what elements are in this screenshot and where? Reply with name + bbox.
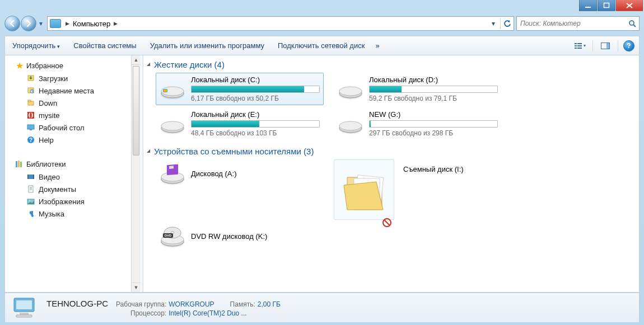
- view-options-button[interactable]: [573, 40, 587, 52]
- blocked-icon: [382, 218, 391, 227]
- drive-k[interactable]: DVD DVD RW дисковод (K:): [156, 222, 324, 250]
- sidebar-item-downloads[interactable]: Загрузки: [5, 72, 131, 84]
- toolbar-overflow[interactable]: »: [375, 41, 379, 50]
- history-dropdown-button[interactable]: ▾: [488, 18, 499, 29]
- section-hdd-header[interactable]: Жесткие диски (4): [147, 58, 636, 73]
- sidebar-item-mysite[interactable]: mysite: [5, 109, 131, 121]
- sidebar-item-desktop[interactable]: Рабочий стол: [5, 121, 131, 134]
- memory-label: Память:: [230, 300, 255, 308]
- drive-name: Дисковод (A:): [191, 169, 320, 178]
- recent-locations-button[interactable]: ▾: [37, 17, 45, 30]
- svg-point-2: [629, 21, 634, 25]
- forward-button[interactable]: [21, 16, 36, 31]
- folder-icon: [26, 98, 35, 107]
- hdd-icon: [160, 112, 185, 135]
- memory-value: 2,00 ГБ: [258, 300, 281, 308]
- svg-rect-8: [577, 45, 582, 46]
- svg-rect-0: [585, 7, 591, 8]
- label: Изображения: [39, 197, 85, 206]
- images-icon: [26, 197, 35, 206]
- libraries-header[interactable]: Библиотеки: [5, 158, 131, 171]
- drive-name: Локальный диск (D:): [369, 76, 498, 84]
- command-toolbar: Упорядочить Свойства системы Удалить или…: [4, 36, 640, 55]
- hdd-grid: Локальный диск (C:) 6,17 ГБ свободно из …: [147, 73, 636, 140]
- svg-point-36: [29, 200, 31, 202]
- breadcrumb-separator[interactable]: ▶: [111, 21, 120, 26]
- downloads-icon: [26, 74, 35, 83]
- drive-free: 6,17 ГБ свободно из 50,2 ГБ: [191, 95, 320, 102]
- explorer-window: ▾ ▶ Компьютер ▶ ▾ Упорядочить Свойства с…: [0, 0, 644, 325]
- libraries-group: Библиотеки Видео Документы Изображения М…: [5, 158, 131, 220]
- breadcrumb-separator[interactable]: ▶: [63, 21, 72, 26]
- svg-text:DVD: DVD: [165, 234, 172, 237]
- computer-large-icon: [12, 296, 39, 319]
- sidebar-item-docs[interactable]: Документы: [5, 183, 131, 195]
- map-drive-button[interactable]: Подключить сетевой диск: [275, 40, 367, 51]
- sidebar-item-images[interactable]: Изображения: [5, 195, 131, 208]
- navigation-row: ▾ ▶ Компьютер ▶ ▾: [4, 13, 640, 34]
- close-button[interactable]: [616, 0, 643, 11]
- libraries-icon: [15, 159, 24, 168]
- drive-e[interactable]: Локальный диск (E:) 48,4 ГБ свободно из …: [156, 107, 324, 140]
- svg-line-3: [633, 25, 636, 27]
- drive-g[interactable]: NEW (G:) 297 ГБ свободно из 298 ГБ: [334, 107, 502, 140]
- uninstall-program-button[interactable]: Удалить или изменить программу: [147, 40, 267, 51]
- cpu-value: Intel(R) Core(TM)2 Duo ...: [169, 309, 246, 317]
- svg-text:?: ?: [29, 137, 32, 143]
- folder-open-icon: [334, 159, 394, 220]
- maximize-button[interactable]: [598, 0, 615, 11]
- search-icon[interactable]: [626, 20, 639, 27]
- sidebar-scrollbar[interactable]: ▲ ▼: [131, 55, 141, 292]
- svg-rect-10: [577, 48, 582, 49]
- floppy-icon: [160, 162, 185, 185]
- back-button[interactable]: [4, 16, 20, 31]
- video-icon: [26, 172, 35, 181]
- body-area: ★ Избранное Загрузки Недавние места Down…: [4, 55, 640, 293]
- sidebar-item-music[interactable]: Музыка: [5, 208, 131, 220]
- search-box[interactable]: [516, 16, 640, 31]
- pane-splitter[interactable]: [141, 55, 143, 292]
- sidebar-item-down[interactable]: Down: [5, 97, 131, 109]
- svg-rect-40: [164, 90, 167, 92]
- label: mysite: [39, 111, 60, 120]
- drive-a[interactable]: Дисковод (A:): [156, 159, 324, 187]
- content-pane: Жесткие диски (4) Локальный диск (C:) 6,…: [143, 55, 639, 292]
- search-input[interactable]: [517, 19, 626, 28]
- system-properties-button[interactable]: Свойства системы: [71, 40, 139, 51]
- svg-rect-26: [18, 161, 20, 167]
- svg-rect-17: [28, 100, 31, 102]
- toolbar-divider: [618, 40, 618, 51]
- scroll-thumb[interactable]: [133, 66, 139, 156]
- drive-free: 297 ГБ свободно из 298 ГБ: [369, 129, 498, 137]
- scroll-down-button[interactable]: ▼: [132, 282, 141, 292]
- refresh-button[interactable]: [500, 18, 511, 29]
- svg-rect-61: [20, 313, 29, 315]
- details-pane: TEHNOLOG-PC Рабочая группа: WORKGROUP Па…: [4, 293, 640, 323]
- svg-rect-27: [20, 162, 22, 167]
- organize-menu[interactable]: Упорядочить: [10, 40, 63, 51]
- svg-rect-22: [30, 129, 32, 130]
- sidebar-item-video[interactable]: Видео: [5, 171, 131, 183]
- drive-c[interactable]: Локальный диск (C:) 6,17 ГБ свободно из …: [156, 73, 324, 105]
- sidebar-item-help[interactable]: ?Help: [5, 134, 131, 146]
- sidebar-item-recent[interactable]: Недавние места: [5, 84, 131, 97]
- drive-i[interactable]: Съемный диск (I:): [334, 159, 502, 220]
- opera-icon: [26, 111, 35, 120]
- favorites-header[interactable]: ★ Избранное: [5, 60, 131, 72]
- svg-point-46: [339, 121, 362, 130]
- help-button[interactable]: ?: [623, 40, 634, 51]
- svg-rect-9: [575, 48, 577, 49]
- address-bar[interactable]: ▶ Компьютер ▶ ▾: [47, 16, 514, 31]
- titlebar: [0, 0, 644, 12]
- hdd-icon: [338, 77, 363, 101]
- drive-d[interactable]: Локальный диск (D:) 59,2 ГБ свободно из …: [334, 73, 502, 105]
- preview-pane-button[interactable]: [598, 40, 613, 52]
- drive-name: NEW (G:): [369, 110, 498, 119]
- details-text: TEHNOLOG-PC Рабочая группа: WORKGROUP Па…: [46, 299, 296, 317]
- breadcrumb-root[interactable]: Компьютер: [72, 20, 111, 28]
- section-removable-header[interactable]: Устройства со съемными носителями (3): [147, 144, 636, 159]
- scroll-up-button[interactable]: ▲: [132, 55, 141, 65]
- svg-rect-21: [27, 125, 34, 129]
- minimize-button[interactable]: [579, 0, 597, 11]
- star-icon: ★: [15, 61, 24, 70]
